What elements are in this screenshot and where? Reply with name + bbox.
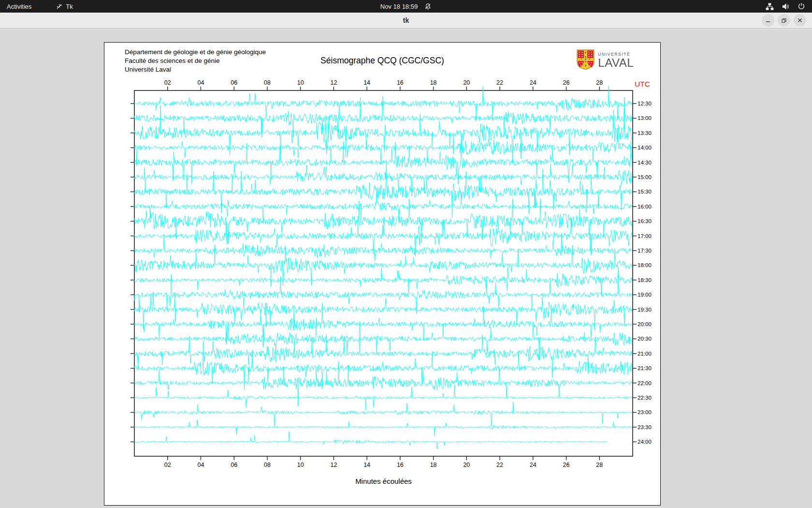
utc-time-label: 16:00	[638, 204, 652, 209]
utc-time-label: 14:30	[638, 160, 652, 165]
maximize-button[interactable]	[778, 14, 790, 27]
x-tick-label-top: 20	[463, 79, 470, 86]
utc-time-label: 19:00	[638, 292, 652, 298]
power-icon[interactable]	[798, 2, 805, 10]
x-tick-label-top: 22	[496, 79, 503, 86]
x-tick-label-top: 10	[297, 79, 304, 86]
utc-time-label: 12:30	[638, 101, 652, 106]
utc-time-label: 18:00	[638, 262, 652, 268]
tk-feather-icon	[56, 3, 63, 10]
seismic-trace	[134, 385, 632, 410]
seismic-trace	[134, 303, 632, 342]
utc-time-label: 20:30	[638, 336, 652, 342]
utc-time-label: 23:00	[638, 409, 652, 415]
x-tick-label-bottom: 04	[198, 462, 204, 468]
volume-icon[interactable]	[782, 2, 790, 11]
window-titlebar[interactable]: tk	[0, 13, 812, 29]
x-tick-label-bottom: 06	[231, 462, 237, 468]
minimize-button[interactable]	[762, 14, 774, 27]
close-button[interactable]	[794, 14, 806, 27]
utc-time-label: 19:30	[638, 307, 652, 313]
desktop-screen: Activities Tk Nov 18 18:59	[0, 0, 812, 508]
utc-time-label: 21:00	[638, 351, 652, 357]
utc-time-label: 13:00	[638, 115, 652, 121]
seismic-trace	[134, 432, 608, 449]
utc-time-label: 16:30	[638, 218, 652, 224]
x-tick-label-bottom: 16	[397, 462, 404, 468]
x-tick-label-bottom: 22	[496, 462, 503, 468]
clock-menu[interactable]: Nov 18 18:59	[380, 0, 432, 13]
notifications-muted-icon	[424, 3, 432, 10]
x-tick-label-top: 24	[530, 79, 536, 86]
seismic-trace	[134, 164, 632, 218]
x-tick-label-bottom: 12	[330, 462, 337, 468]
x-tick-label-bottom: 14	[363, 462, 370, 468]
x-tick-label-top: 04	[198, 79, 204, 86]
x-tick-label-bottom: 10	[297, 462, 304, 468]
x-tick-label-bottom: 08	[264, 462, 271, 468]
utc-time-label: 23:30	[638, 424, 652, 430]
utc-time-label: 13:30	[638, 130, 652, 136]
utc-time-label: 17:00	[638, 233, 652, 239]
x-tick-label-top: 26	[563, 79, 570, 86]
app-indicator-label: Tk	[66, 3, 72, 10]
seismograph-canvas: Département de géologie et de génie géol…	[104, 42, 661, 506]
x-tick-label-top: 06	[231, 79, 237, 86]
tk-window-body: Département de géologie et de génie géol…	[0, 29, 812, 508]
utc-time-label: 21:30	[638, 365, 652, 371]
utc-time-label: 22:30	[638, 395, 652, 401]
x-tick-label-top: 02	[164, 79, 171, 86]
utc-time-label: 22:00	[638, 380, 652, 386]
utc-time-label: 20:00	[638, 321, 652, 327]
x-tick-label-bottom: 02	[164, 462, 171, 468]
seismic-trace	[134, 420, 632, 436]
network-wired-icon[interactable]	[766, 2, 774, 11]
seismic-trace	[134, 402, 632, 427]
x-tick-label-bottom: 24	[530, 462, 536, 468]
gnome-top-bar: Activities Tk Nov 18 18:59	[0, 0, 812, 13]
utc-time-label: 24:00	[638, 439, 652, 445]
utc-time-label: 15:00	[638, 174, 652, 180]
utc-time-label: 17:30	[638, 248, 652, 254]
x-tick-label-bottom: 18	[430, 462, 437, 468]
helicorder-plot: 0202040406060808101012121414161618182020…	[104, 43, 659, 504]
utc-label: UTC	[635, 80, 650, 88]
window-title: tk	[0, 13, 812, 28]
utc-time-label: 15:30	[638, 189, 652, 194]
seismic-trace	[134, 267, 632, 295]
x-tick-label-top: 08	[264, 79, 271, 86]
x-tick-label-bottom: 20	[463, 462, 470, 468]
activities-button[interactable]: Activities	[0, 0, 38, 13]
x-tick-label-top: 16	[397, 79, 404, 86]
seismic-trace	[134, 233, 632, 262]
plot-frame	[134, 90, 633, 456]
utc-time-label: 14:00	[638, 145, 652, 150]
x-tick-label-top: 12	[330, 79, 337, 86]
seismic-trace	[134, 136, 632, 184]
x-tick-label-bottom: 28	[596, 462, 603, 468]
clock-label: Nov 18 18:59	[380, 3, 418, 10]
x-axis-title: Minutes écoulées	[355, 477, 412, 485]
seismic-trace	[134, 128, 632, 166]
x-tick-label-top: 14	[363, 79, 370, 86]
x-tick-label-bottom: 26	[563, 462, 570, 468]
x-tick-label-top: 28	[596, 79, 603, 86]
x-tick-label-top: 18	[430, 79, 437, 86]
utc-time-label: 18:30	[638, 277, 652, 283]
app-indicator[interactable]: Tk	[52, 0, 76, 13]
